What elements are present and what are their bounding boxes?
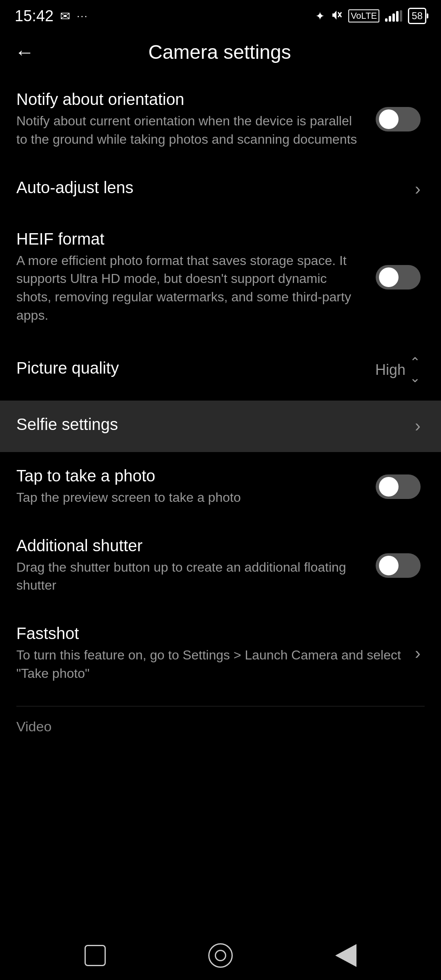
back-button-nav[interactable] xyxy=(330,939,362,972)
setting-selfie-settings[interactable]: Selfie settings › xyxy=(0,401,441,452)
setting-subtitle: Drag the shutter button up to create an … xyxy=(16,558,363,595)
setting-title: Fastshot xyxy=(16,624,403,643)
tap-photo-toggle[interactable] xyxy=(376,474,421,499)
setting-title: Selfie settings xyxy=(16,415,403,434)
video-section-label: Video xyxy=(0,706,441,739)
setting-additional-shutter[interactable]: Additional shutter Drag the shutter butt… xyxy=(0,522,441,610)
chevron-right-icon: › xyxy=(415,179,421,199)
email-icon: ✉ xyxy=(60,9,70,23)
navigation-bar xyxy=(0,931,441,980)
setting-fastshot[interactable]: Fastshot To turn this feature on, go to … xyxy=(0,610,441,698)
signal-bars xyxy=(385,10,402,22)
status-right: ✦ VoLTE 58 xyxy=(315,8,426,24)
setting-notify-orientation[interactable]: Notify about orientation Notify about cu… xyxy=(0,76,441,164)
home-button[interactable] xyxy=(204,939,237,972)
status-left: 15:42 ✉ ··· xyxy=(15,7,88,25)
setting-subtitle: To turn this feature on, go to Settings … xyxy=(16,646,403,683)
setting-title: Auto-adjust lens xyxy=(16,178,403,197)
setting-auto-adjust-lens[interactable]: Auto-adjust lens › xyxy=(0,164,441,215)
status-time: 15:42 xyxy=(15,7,53,25)
setting-tap-to-take-photo[interactable]: Tap to take a photo Tap the preview scre… xyxy=(0,452,441,522)
setting-heif-format[interactable]: HEIF format A more efficient photo forma… xyxy=(0,215,441,340)
setting-title: HEIF format xyxy=(16,230,363,248)
status-bar: 15:42 ✉ ··· ✦ VoLTE 58 xyxy=(0,0,441,29)
settings-list: Notify about orientation Notify about cu… xyxy=(0,76,441,739)
page-title: Camera settings xyxy=(47,41,393,63)
setting-title: Additional shutter xyxy=(16,537,363,555)
back-icon xyxy=(335,944,356,967)
setting-title: Picture quality xyxy=(16,359,363,377)
home-icon xyxy=(208,943,233,968)
updown-icon: ⌃⌄ xyxy=(410,354,421,385)
setting-subtitle: Notify about current orientation when th… xyxy=(16,112,363,149)
setting-subtitle: Tap the preview screen to take a photo xyxy=(16,488,363,507)
heif-format-toggle[interactable] xyxy=(376,265,421,290)
mute-icon xyxy=(330,9,343,24)
chevron-right-icon: › xyxy=(415,416,421,436)
chevron-right-icon: › xyxy=(415,644,421,663)
recents-icon xyxy=(85,945,106,966)
notify-orientation-toggle[interactable] xyxy=(376,107,421,131)
additional-shutter-toggle[interactable] xyxy=(376,553,421,578)
header: ← Camera settings xyxy=(0,29,441,76)
setting-title: Tap to take a photo xyxy=(16,467,363,485)
back-button[interactable]: ← xyxy=(15,41,34,63)
dots-icon: ··· xyxy=(77,10,88,22)
recents-button[interactable] xyxy=(79,939,111,972)
picture-quality-value[interactable]: High ⌃⌄ xyxy=(375,354,421,385)
setting-picture-quality[interactable]: Picture quality High ⌃⌄ xyxy=(0,340,441,401)
battery-indicator: 58 xyxy=(408,8,426,24)
bluetooth-icon: ✦ xyxy=(315,9,325,23)
setting-title: Notify about orientation xyxy=(16,90,363,109)
setting-subtitle: A more efficient photo format that saves… xyxy=(16,252,363,325)
volte-icon: VoLTE xyxy=(348,9,379,22)
